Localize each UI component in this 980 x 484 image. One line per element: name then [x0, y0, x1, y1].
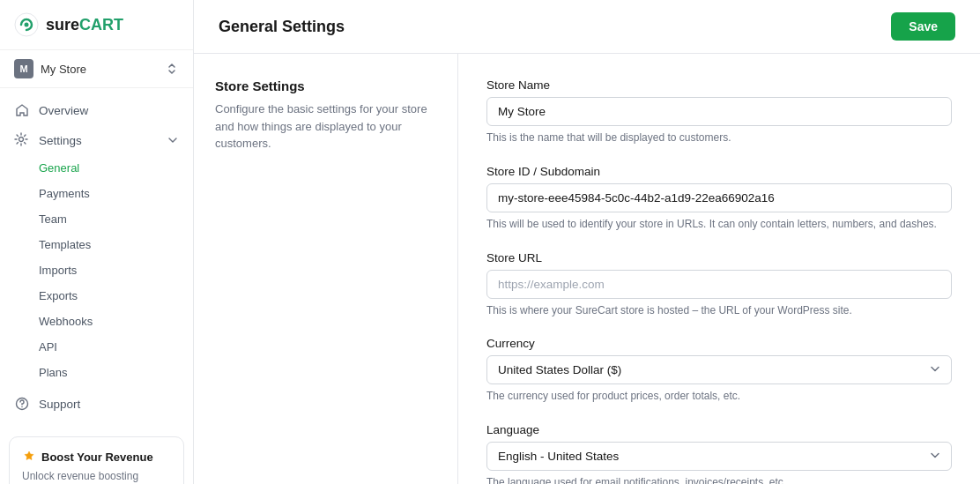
store-initial: M: [14, 59, 33, 78]
boost-revenue-card: Boost Your Revenue Unlock revenue boosti…: [9, 436, 184, 484]
language-field-group: Language English - United States Spanish…: [486, 423, 952, 484]
sub-item-team[interactable]: Team: [0, 206, 193, 232]
sub-item-general[interactable]: General: [0, 155, 193, 181]
currency-label: Currency: [486, 337, 952, 350]
settings-submenu: General Payments Team Templates Imports …: [0, 155, 193, 385]
main-area: General Settings Save Store Settings Con…: [194, 0, 980, 484]
logo: sureCART: [0, 0, 193, 50]
svg-point-4: [21, 406, 23, 408]
store-name-field-group: Store Name This is the name that will be…: [486, 78, 952, 145]
home-icon: [14, 102, 30, 118]
store-id-hint: This will be used to identify your store…: [486, 217, 952, 232]
chevron-updown-icon: [165, 62, 179, 76]
sub-item-payments[interactable]: Payments: [0, 181, 193, 206]
language-select[interactable]: English - United States Spanish French: [486, 442, 952, 471]
logo-text: sureCART: [46, 16, 123, 34]
store-url-label: Store URL: [486, 251, 952, 264]
language-hint: The language used for email notification…: [486, 475, 952, 484]
language-label: Language: [486, 423, 952, 436]
store-id-input[interactable]: [486, 183, 952, 212]
nav-section: Overview Settings General Payments Team …: [0, 88, 193, 426]
top-bar: General Settings Save: [194, 0, 980, 54]
sub-item-imports[interactable]: Imports: [0, 257, 193, 283]
language-select-wrap: English - United States Spanish French: [486, 442, 952, 471]
store-name-label: My Store: [41, 63, 86, 76]
store-url-input[interactable]: [486, 270, 952, 299]
sub-item-plans[interactable]: Plans: [0, 360, 193, 385]
sub-item-templates[interactable]: Templates: [0, 232, 193, 257]
store-name-input[interactable]: [486, 97, 952, 126]
sub-item-api[interactable]: API: [0, 334, 193, 360]
store-id-label: Store ID / Subdomain: [486, 165, 952, 178]
right-panel: Store Name This is the name that will be…: [458, 54, 980, 484]
save-button[interactable]: Save: [891, 12, 955, 41]
sidebar-item-overview[interactable]: Overview: [0, 95, 193, 125]
store-url-hint: This is where your SureCart store is hos…: [486, 303, 952, 318]
left-panel: Store Settings Configure the basic setti…: [194, 54, 458, 484]
boost-title: Boost Your Revenue: [22, 450, 171, 464]
overview-label: Overview: [39, 104, 88, 117]
sub-item-exports[interactable]: Exports: [0, 283, 193, 309]
svg-point-2: [19, 138, 24, 142]
store-url-field-group: Store URL This is where your SureCart st…: [486, 251, 952, 318]
chevron-down-icon: [167, 134, 179, 146]
settings-label: Settings: [39, 134, 82, 147]
settings-icon: [14, 132, 30, 148]
store-selector[interactable]: M My Store: [0, 50, 193, 88]
boost-icon: [22, 450, 36, 464]
support-icon: [14, 396, 30, 412]
page-title: General Settings: [219, 18, 345, 36]
store-selector-left: M My Store: [14, 59, 86, 78]
sub-item-webhooks[interactable]: Webhooks: [0, 309, 193, 334]
currency-select[interactable]: United States Dollar ($) Euro (€) Britis…: [486, 355, 952, 384]
currency-hint: The currency used for product prices, or…: [486, 389, 952, 404]
store-settings-description: Configure the basic settings for your st…: [215, 101, 436, 153]
currency-select-wrap: United States Dollar ($) Euro (€) Britis…: [486, 355, 952, 384]
currency-field-group: Currency United States Dollar ($) Euro (…: [486, 337, 952, 404]
support-label: Support: [39, 398, 80, 411]
boost-description: Unlock revenue boosting features when yo…: [22, 469, 171, 484]
svg-point-1: [25, 23, 29, 27]
store-settings-title: Store Settings: [215, 78, 436, 93]
store-name-hint: This is the name that will be displayed …: [486, 130, 952, 145]
store-name-label: Store Name: [486, 78, 952, 92]
sidebar-item-settings[interactable]: Settings: [0, 125, 193, 155]
sidebar: sureCART M My Store Overview Settings: [0, 0, 194, 484]
store-id-field-group: Store ID / Subdomain This will be used t…: [486, 165, 952, 232]
sidebar-item-support[interactable]: Support: [0, 389, 193, 419]
content-area: Store Settings Configure the basic setti…: [194, 54, 980, 484]
surecart-logo-icon: [14, 12, 39, 37]
